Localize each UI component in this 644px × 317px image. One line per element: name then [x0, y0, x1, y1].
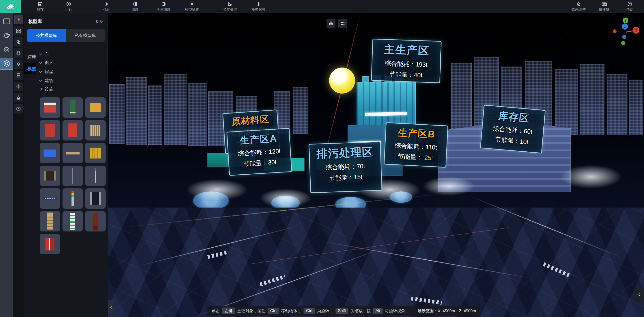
model-thumb-sign-blue-text[interactable]	[40, 188, 60, 209]
tree-item-houses[interactable]: 房屋	[40, 67, 106, 76]
ctrl-keycap: Ctrl	[304, 308, 314, 314]
library-switch-link[interactable]: 切换	[96, 19, 103, 24]
sun-sphere[interactable]	[329, 68, 355, 94]
stat-value: 30t	[268, 159, 277, 166]
model-thumb-banner-green[interactable]	[62, 97, 83, 118]
building-silhouette	[126, 77, 147, 145]
sign-lamp-blue-icon	[95, 168, 96, 183]
crate-tower-icon	[47, 212, 53, 230]
tree-item-trees[interactable]: 树木	[40, 59, 106, 67]
model-thumb-crate-tower[interactable]	[40, 211, 60, 231]
category-environment[interactable]: 环境	[24, 52, 36, 63]
shadow-button[interactable]: 阴影	[128, 2, 143, 12]
zone-label-sewage-treatment[interactable]: 排污处理区 综合能耗：70t 节能量：15t	[308, 141, 382, 193]
rail-model-hexagon-button[interactable]	[0, 58, 13, 70]
exception-handling-button[interactable]: 异常处理	[222, 2, 238, 12]
grid-view-button[interactable]	[338, 19, 347, 28]
collapse-left-panel-button[interactable]: ‹	[108, 300, 114, 314]
toolbar-separator	[88, 3, 88, 10]
toolbar-group-file: 保存 运行	[33, 2, 76, 12]
top-toolbar: 保存 运行 优化 阴影 全局阴影	[0, 0, 644, 13]
tool-cursor-button[interactable]	[14, 15, 23, 25]
global-shadow-button[interactable]: 全局阴影	[156, 2, 171, 12]
model-thumb-lattice-wood[interactable]	[85, 120, 106, 141]
tool-grid-button[interactable]	[14, 26, 23, 36]
exception-handling-label: 异常处理	[223, 7, 237, 12]
building-silhouette	[606, 74, 628, 135]
model-thumb-cabinet-red[interactable]	[40, 234, 60, 254]
banner-green-icon	[70, 100, 76, 115]
model-thumb-storefront-red[interactable]	[40, 97, 60, 118]
shortcuts-button[interactable]: 快捷键	[597, 2, 612, 12]
optimize-button[interactable]: 优化	[99, 2, 114, 12]
model-replace-icon	[256, 2, 261, 7]
rail-target-button[interactable]	[0, 44, 13, 56]
model-thumb-poster-red[interactable]	[62, 120, 83, 141]
model-thumb-banner-dark-red[interactable]	[85, 211, 106, 231]
category-model[interactable]: 模型	[24, 63, 36, 74]
tool-transform-button[interactable]	[14, 60, 23, 69]
rail-planet-button[interactable]	[0, 29, 13, 42]
chevron-down-icon	[39, 61, 42, 64]
keyboard-icon	[602, 2, 607, 7]
model-thumb-list-sign[interactable]	[62, 211, 83, 231]
save-button[interactable]: 保存	[33, 2, 48, 12]
global-shadow-icon	[161, 2, 166, 7]
chevron-left-icon: ‹	[638, 291, 640, 298]
model-thumb-security-gate[interactable]	[85, 188, 106, 209]
tool-layers-button[interactable]	[14, 48, 23, 58]
model-thumb-traffic-light[interactable]	[62, 188, 83, 209]
tool-sphere-button[interactable]	[14, 82, 23, 91]
app-logo[interactable]	[0, 0, 21, 13]
banner-dark-red-icon	[93, 213, 98, 230]
model-thumb-gate-dark[interactable]	[40, 166, 60, 186]
model-thumb-cart-yellow[interactable]	[85, 97, 106, 118]
shift-keycap: Shift	[336, 308, 348, 314]
model-operations-button[interactable]: 模型操作	[184, 2, 200, 12]
model-operations-icon	[190, 2, 194, 7]
tab-public-library[interactable]: 公共模型库	[27, 29, 66, 42]
zone-label-production-a[interactable]: 生产区A 综合能耗：120t 节能量：30t	[226, 128, 292, 176]
tree-item-facilities[interactable]: 设施	[40, 85, 106, 94]
model-thumb-panel-gold[interactable]	[85, 143, 106, 163]
traffic-light-icon	[72, 191, 74, 206]
navigation-gizmo[interactable]: Y Z X	[611, 16, 642, 47]
planet-logo-icon	[7, 3, 15, 11]
tool-video-button[interactable]	[14, 104, 23, 114]
cart-yellow-icon	[90, 103, 101, 112]
model-thumb-sign-lamp-blue[interactable]	[85, 166, 106, 186]
tree-label: 车	[45, 51, 49, 57]
library-body: 环境 模型 车 树木 房屋 建筑 设施	[24, 47, 108, 317]
model-replace-button[interactable]: 模型替换	[251, 2, 266, 12]
plank-wood-icon	[66, 152, 80, 154]
effects-button[interactable]: 效果调整	[571, 2, 586, 12]
building-silhouette	[555, 69, 578, 135]
model-thumb-lamp-pole[interactable]	[62, 166, 83, 186]
help-button[interactable]: ? 帮助	[622, 2, 637, 12]
viewport-3d-canvas[interactable]: 原材料区 综合能耗：80t 节能量：10t 生产区A 综合能耗：120t 节能量…	[108, 13, 644, 317]
tree-item-buildings[interactable]: 建筑	[40, 76, 106, 85]
zone-label-production-b[interactable]: 生产区B 综合能耗：110t 节能量：-25t	[384, 122, 448, 168]
tool-database-button[interactable]	[14, 71, 23, 80]
tool-cone-button[interactable]	[14, 93, 23, 102]
cluster-view-button[interactable]	[326, 19, 336, 28]
grid-icon	[16, 29, 21, 33]
rail-scene-window-button[interactable]	[0, 15, 13, 28]
expand-right-panel-button[interactable]: ‹	[634, 288, 644, 301]
tool-shapes-button[interactable]	[14, 37, 23, 47]
zone-label-inventory[interactable]: 库存区 综合能耗：60t 节能量：10t	[480, 105, 546, 154]
toolbar-group-scene: 优化 阴影 全局阴影 模型操作	[99, 2, 200, 12]
stat-value: 15t	[354, 173, 362, 181]
run-button[interactable]: 运行	[61, 2, 76, 12]
chevron-down-icon	[39, 79, 42, 82]
grid-list-icon	[340, 21, 345, 26]
stat-value: 193t	[416, 61, 428, 68]
model-thumb-plank-wood[interactable]	[62, 143, 83, 163]
model-thumb-stand-sign-red[interactable]	[40, 120, 60, 141]
target-icon	[3, 46, 10, 53]
model-thumb-panel-blue[interactable]	[40, 143, 60, 163]
axis-gizmo-icon: Y Z X	[611, 16, 642, 47]
tab-private-library[interactable]: 私有模型库	[66, 29, 105, 42]
tree-item-vehicles[interactable]: 车	[40, 50, 106, 59]
zone-label-main-production[interactable]: 主生产区 综合能耗：193t 节能量：40t	[371, 39, 442, 83]
